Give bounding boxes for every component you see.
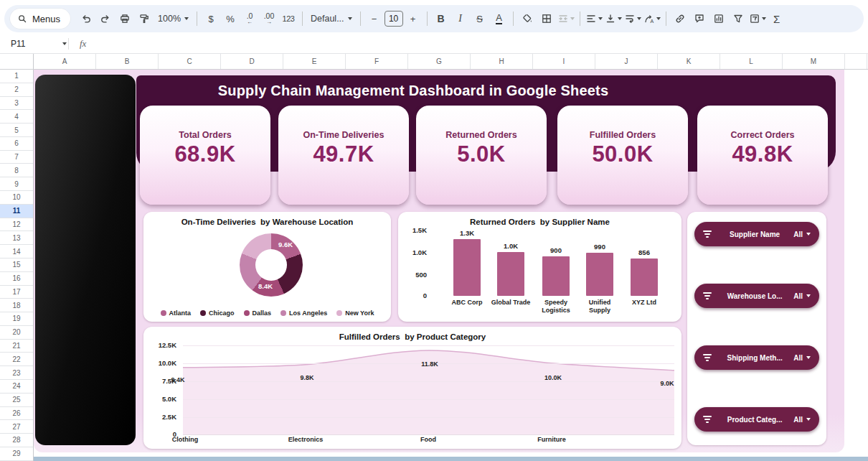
column-header-G[interactable]: G — [408, 54, 471, 69]
name-box[interactable]: P11 — [0, 39, 67, 49]
menus-search[interactable]: Menus — [10, 9, 70, 29]
italic-button[interactable]: I — [451, 9, 470, 28]
functions-button[interactable]: Σ — [768, 9, 786, 28]
select-all-corner[interactable] — [0, 54, 34, 69]
row-header-4[interactable]: 4 — [0, 110, 33, 124]
undo-button[interactable] — [77, 9, 95, 28]
column-header-B[interactable]: B — [96, 54, 159, 69]
increase-decimal-button[interactable]: .00→ — [260, 9, 278, 28]
text-rotation-control[interactable]: A — [643, 9, 661, 28]
kpi-card-4[interactable]: Correct Orders49.8K — [697, 106, 828, 205]
merge-cells-button[interactable] — [557, 9, 575, 28]
sheet-canvas[interactable]: Supply Chain Management Dashboard in Goo… — [34, 70, 868, 461]
insert-comment-button[interactable] — [690, 9, 709, 28]
row-header-18[interactable]: 18 — [0, 299, 33, 312]
row-header-14[interactable]: 14 — [0, 245, 33, 259]
insert-chart-button[interactable] — [709, 9, 728, 28]
text-color-button[interactable]: A — [490, 9, 509, 28]
row-header-7[interactable]: 7 — [0, 151, 33, 164]
row-header-29[interactable]: 29 — [0, 447, 33, 461]
row-header-23[interactable]: 23 — [0, 366, 33, 380]
row-header-5[interactable]: 5 — [0, 124, 33, 137]
column-header-F[interactable]: F — [346, 54, 408, 69]
column-header-M[interactable]: M — [783, 54, 845, 69]
row-header-25[interactable]: 25 — [0, 394, 33, 407]
row-header-12[interactable]: 12 — [0, 218, 33, 232]
row-header-22[interactable]: 22 — [0, 353, 33, 366]
slicer-shipping-meth[interactable]: Shipping Meth...All — [694, 345, 819, 370]
column-header-A[interactable]: A — [34, 54, 96, 69]
column-header-D[interactable]: D — [221, 54, 283, 69]
kpi-card-2[interactable]: Returned Orders5.0K — [416, 106, 547, 205]
more-formats-button[interactable]: 123 — [279, 9, 298, 28]
row-header-2[interactable]: 2 — [0, 83, 33, 97]
row-header-10[interactable]: 10 — [0, 191, 33, 205]
font-size-input[interactable]: 10 — [385, 11, 403, 27]
row-header-17[interactable]: 17 — [0, 286, 33, 299]
kpi-label: Returned Orders — [445, 130, 516, 140]
row-header-11[interactable]: 11 — [0, 205, 33, 218]
column-header-I[interactable]: I — [533, 54, 595, 69]
row-header-16[interactable]: 16 — [0, 272, 33, 286]
row-header-27[interactable]: 27 — [0, 420, 33, 434]
bold-button[interactable]: B — [432, 9, 450, 28]
zoom-control[interactable]: 100% — [154, 9, 192, 28]
row-header-3[interactable]: 3 — [0, 97, 33, 111]
row-header-19[interactable]: 19 — [0, 312, 33, 326]
kpi-card-3[interactable]: Fulfilled Orders50.0K — [557, 106, 688, 205]
row-header-20[interactable]: 20 — [0, 326, 33, 340]
create-filter-button[interactable] — [729, 9, 747, 28]
slicer-product-categ[interactable]: Product Categ...All — [694, 407, 819, 432]
area-chart — [183, 341, 674, 434]
chevron-down-icon — [806, 294, 811, 297]
text-wrap-control[interactable] — [623, 9, 642, 28]
row-header-8[interactable]: 8 — [0, 164, 33, 177]
font-family-control[interactable]: Defaul... — [307, 9, 356, 28]
column-header-H[interactable]: H — [471, 54, 533, 69]
row-header-13[interactable]: 13 — [0, 231, 33, 245]
svg-text:A: A — [650, 19, 654, 24]
decrease-decimal-button[interactable]: .0← — [240, 9, 259, 28]
chevron-down-icon — [806, 418, 811, 421]
row-header-24[interactable]: 24 — [0, 380, 33, 394]
strikethrough-button[interactable]: S — [471, 9, 489, 28]
row-header-6[interactable]: 6 — [0, 137, 33, 151]
borders-button[interactable] — [537, 9, 556, 28]
filter-views-control[interactable] — [748, 9, 767, 28]
kpi-card-1[interactable]: On-Time Deliveries49.7K — [278, 106, 409, 205]
row-header-1[interactable]: 1 — [0, 70, 33, 83]
insert-link-button[interactable] — [671, 9, 689, 28]
column-header-partial[interactable] — [845, 54, 867, 69]
column-header-C[interactable]: C — [159, 54, 221, 69]
column-header-E[interactable]: E — [283, 54, 346, 69]
horizontal-align-control[interactable] — [585, 9, 603, 28]
paint-format-button[interactable] — [135, 9, 154, 28]
donut-chart-card[interactable]: On-Time Deliveries by Warehouse Location… — [143, 212, 391, 322]
format-currency-button[interactable]: $ — [202, 9, 220, 28]
column-header-J[interactable]: J — [595, 54, 658, 69]
row-header-9[interactable]: 9 — [0, 177, 33, 191]
slicer-warehouse-lo[interactable]: Warehouse Lo...All — [694, 284, 819, 308]
format-percent-button[interactable]: % — [221, 9, 240, 28]
increase-font-size-button[interactable]: + — [404, 9, 423, 28]
slicer-supplier-name[interactable]: Supplier NameAll — [694, 222, 819, 246]
column-header-K[interactable]: K — [658, 54, 720, 69]
row-header-15[interactable]: 15 — [0, 259, 33, 272]
column-header-L[interactable]: L — [720, 54, 783, 69]
bar-chart-card[interactable]: Returned Orders by Supplier Name 1.5K1.0… — [398, 212, 681, 322]
print-button[interactable] — [115, 9, 134, 28]
bar-x-tick-label: XYZ Ltd — [622, 299, 666, 307]
area-chart-card[interactable]: Fulfilled Orders by Product Category 12.… — [143, 327, 681, 449]
formula-input[interactable] — [86, 34, 868, 53]
row-header-28[interactable]: 28 — [0, 434, 33, 447]
redo-button[interactable] — [96, 9, 115, 28]
row-header-26[interactable]: 26 — [0, 407, 33, 421]
vertical-align-control[interactable] — [604, 9, 623, 28]
fill-color-button[interactable] — [518, 9, 537, 28]
toolbar-divider — [360, 11, 361, 26]
horizontal-scrollbar[interactable] — [34, 457, 868, 461]
row-header-21[interactable]: 21 — [0, 340, 33, 353]
area-data-label: 10.0K — [537, 374, 569, 381]
decrease-font-size-button[interactable]: − — [365, 9, 384, 28]
kpi-card-0[interactable]: Total Orders68.9K — [140, 106, 270, 205]
